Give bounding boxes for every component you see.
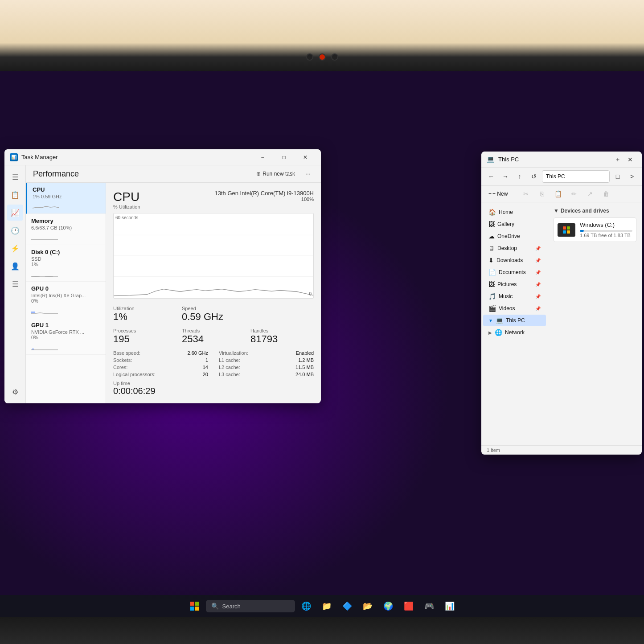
virt-val: Enabled [296, 350, 314, 356]
explorer-new-tab-button[interactable]: + [611, 153, 624, 166]
disk-item-name: Disk 0 (C:) [31, 249, 100, 255]
close-button[interactable]: ✕ [295, 150, 316, 164]
perf-item-memory[interactable]: Memory 6.6/63.7 GB (10%) [26, 214, 106, 245]
sidebar-item-network[interactable]: ▶ 🌐 Network [483, 327, 546, 338]
perf-item-gpu1[interactable]: GPU 1 NVIDIA GeForce RTX ...0% [26, 318, 106, 355]
explorer-window: 💻 This PC + ✕ ← → ↑ ↺ This PC □ > + + Ne… [481, 152, 642, 455]
sidebar-history-icon[interactable]: 🕐 [7, 222, 23, 238]
rename-button[interactable]: ✏ [567, 188, 581, 200]
run-new-task-button[interactable]: ⊕ Run new task [253, 169, 299, 179]
explorer-close-button[interactable]: ✕ [624, 153, 636, 166]
window-controls: − □ ✕ [252, 150, 316, 164]
taskbar-app-edge[interactable]: 🌐 [297, 597, 316, 615]
cores-row: Cores: 14 [113, 365, 208, 370]
perf-item-disk[interactable]: Disk 0 (C:) SSD1% [26, 245, 106, 282]
sidebar-item-this-pc[interactable]: ▼ 💻 This PC [483, 315, 546, 326]
sidebar-settings-icon[interactable]: ⚙ [7, 384, 23, 400]
sidebar-item-desktop[interactable]: 🖥 Desktop 📌 [483, 242, 546, 254]
threads-value: 2534 [182, 333, 245, 345]
thispc-icon: 💻 [496, 317, 503, 324]
downloads-pin-icon: 📌 [535, 258, 541, 263]
taskbar-app-game[interactable]: 🎮 [420, 597, 439, 615]
taskbar-app-files2[interactable]: 📂 [358, 597, 377, 615]
cpu-stats-grid: Utilization 1% Speed 0.59 GHz Processes … [113, 306, 314, 345]
maximize-button[interactable]: □ [274, 150, 294, 164]
camera-dot-red [319, 53, 326, 61]
sidebar-item-music[interactable]: 🎵 Music 📌 [483, 291, 546, 302]
disk-mini-chart [31, 267, 58, 278]
address-text: This PC [546, 173, 565, 180]
handles-value: 81793 [250, 333, 314, 345]
stat-processes: Processes 195 [113, 328, 176, 345]
win-logo-q1 [563, 226, 566, 230]
minimize-button[interactable]: − [252, 150, 273, 164]
view-button[interactable]: □ [611, 170, 624, 183]
stat-speed: Speed 0.59 GHz [182, 306, 245, 323]
perf-item-gpu0[interactable]: GPU 0 Intel(R) Iris(R) Xe Grap...0% [26, 282, 106, 318]
taskbar-app-browser[interactable]: 🌍 [379, 597, 398, 615]
documents-icon: 📄 [488, 269, 496, 276]
paste-button[interactable]: 📋 [551, 188, 565, 200]
new-button[interactable]: + + New [485, 188, 511, 200]
taskmanager-sidebar: ☰ 📋 📈 🕐 ⚡ 👤 ☰ ⚙ [4, 165, 26, 403]
perf-item-cpu[interactable]: CPU 1% 0.59 GHz [26, 183, 106, 214]
documents-label: Documents [499, 269, 526, 275]
win-logo-q2 [567, 226, 570, 230]
sidebar-processes-icon[interactable]: 📋 [7, 187, 23, 203]
delete-button[interactable]: 🗑 [599, 188, 613, 200]
l2-key: L2 cache: [219, 365, 240, 370]
sidebar-menu-icon[interactable]: ☰ [7, 169, 23, 185]
sidebar-item-videos[interactable]: 🎬 Videos 📌 [483, 303, 546, 314]
sidebar-startup-icon[interactable]: ⚡ [7, 240, 23, 256]
up-button[interactable]: ↑ [513, 170, 526, 183]
forward-button[interactable]: → [499, 170, 512, 183]
stat-handles: Handles 81793 [250, 328, 314, 345]
header-actions: ⊕ Run new task ··· [253, 169, 314, 179]
taskbar-app-msi[interactable]: 📊 [440, 597, 459, 615]
onedrive-icon: ☁ [488, 233, 495, 240]
taskbar-app-app1[interactable]: 🟥 [399, 597, 418, 615]
sidebar-item-home[interactable]: 🏠 Home [483, 206, 546, 218]
cpu-model: 13th Gen Intel(R) Core(TM) i9-13900H [214, 190, 314, 197]
cpu-mini-chart [33, 199, 59, 210]
sidebar-item-downloads[interactable]: ⬇ Downloads 📌 [483, 254, 546, 266]
address-bar[interactable]: This PC [542, 170, 610, 183]
win-logo-q4 [567, 230, 570, 234]
cores-key: Cores: [113, 365, 127, 370]
base-speed-val: 2.60 GHz [188, 350, 208, 356]
videos-icon: 🎬 [488, 305, 496, 312]
pictures-label: Pictures [497, 281, 517, 287]
run-task-label: Run new task [263, 171, 295, 177]
taskbar-app-files[interactable]: 📁 [317, 597, 336, 615]
refresh-button[interactable]: ↺ [528, 170, 540, 183]
cpu-item-name: CPU [33, 186, 100, 193]
sidebar-performance-icon[interactable]: 📈 [7, 205, 23, 221]
copy-button[interactable]: ⎘ [535, 188, 549, 200]
start-button[interactable] [185, 597, 204, 615]
explorer-body: 🏠 Home 🖼 Gallery ☁ OneDrive 🖥 Desktop 📌 [481, 202, 642, 445]
explorer-status-bar: 1 item [481, 445, 642, 455]
sidebar-item-gallery[interactable]: 🖼 Gallery [483, 218, 546, 230]
l2-val: 11.5 MB [295, 365, 314, 370]
drive-info: Windows (C:) 1.69 TB free of 1.83 TB [580, 222, 632, 238]
taskmanager-window: 📊 Task Manager − □ ✕ ☰ 📋 📈 🕐 ⚡ 👤 ☰ ⚙ [4, 149, 321, 403]
explorer-title: This PC [498, 156, 611, 163]
speed-value: 0.59 GHz [182, 311, 245, 323]
more-nav-button[interactable]: > [626, 170, 638, 183]
thispc-label: This PC [506, 317, 525, 324]
sidebar-details-icon[interactable]: ☰ [7, 276, 23, 292]
share-button[interactable]: ↗ [583, 188, 597, 200]
cut-button[interactable]: ✂ [519, 188, 533, 200]
drive-item-windows[interactable]: Windows (C:) 1.69 TB free of 1.83 TB [554, 217, 636, 242]
gpu1-item-name: GPU 1 [31, 322, 100, 328]
taskmanager-main: Performance ⊕ Run new task ··· [26, 165, 321, 403]
drive-icon-container [558, 223, 575, 237]
taskbar-app-edge2[interactable]: 🔷 [338, 597, 357, 615]
sidebar-item-pictures[interactable]: 🖼 Pictures 📌 [483, 279, 546, 290]
sidebar-item-onedrive[interactable]: ☁ OneDrive [483, 230, 546, 242]
back-button[interactable]: ← [485, 170, 497, 183]
search-bar[interactable]: 🔍 Search [206, 600, 295, 612]
more-options-button[interactable]: ··· [302, 169, 314, 179]
sidebar-users-icon[interactable]: 👤 [7, 258, 23, 274]
sidebar-item-documents[interactable]: 📄 Documents 📌 [483, 267, 546, 278]
